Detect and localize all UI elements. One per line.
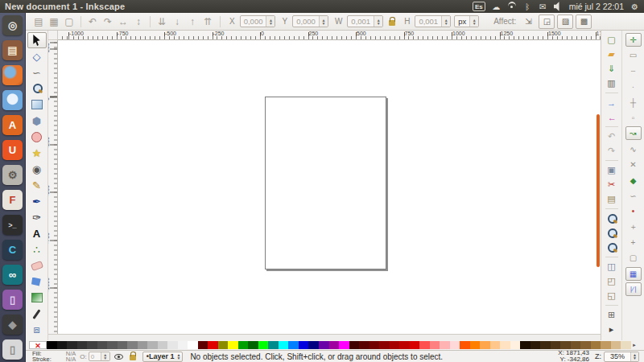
color-swatch[interactable] xyxy=(359,341,369,349)
color-swatch[interactable] xyxy=(621,341,631,349)
spray-tool[interactable]: ∴ xyxy=(27,241,47,257)
layer-select[interactable]: •Layer 1 ▲▼ xyxy=(142,352,184,362)
h-field-value[interactable]: 0,001 xyxy=(415,16,441,27)
color-swatch[interactable] xyxy=(97,341,108,349)
snap-paths-toggle[interactable]: ∿ xyxy=(625,142,642,156)
color-swatch[interactable] xyxy=(218,341,229,349)
launcher-c-app[interactable]: C xyxy=(2,240,23,260)
color-swatch[interactable] xyxy=(138,341,148,349)
horizontal-scrollbar[interactable] xyxy=(48,334,601,340)
title-bar[interactable]: New document 1 - Inkscape Es☁ᛒ✉mié jul 2… xyxy=(0,0,644,13)
color-swatch[interactable] xyxy=(57,341,68,349)
color-swatch[interactable] xyxy=(258,341,269,349)
launcher-files[interactable]: ▤ xyxy=(2,40,23,60)
cut-button[interactable]: ✂ xyxy=(605,178,619,191)
launcher-firefox[interactable] xyxy=(2,65,23,85)
color-swatch[interactable] xyxy=(118,341,128,349)
select-all-layers-button[interactable]: ▦ xyxy=(47,15,60,28)
expand-toolbar-arrow[interactable]: ▸ xyxy=(605,323,619,336)
color-swatch[interactable] xyxy=(480,341,490,349)
save-document-button[interactable]: ⇓ xyxy=(605,62,619,76)
color-swatch[interactable] xyxy=(460,341,470,349)
snap-page-border-toggle[interactable]: ▢ xyxy=(625,251,642,265)
pen-tool[interactable]: ✒ xyxy=(27,193,47,209)
rotate-cw-button[interactable]: ↷ xyxy=(101,15,114,28)
copy-button[interactable]: ▣ xyxy=(605,163,619,177)
color-swatch[interactable] xyxy=(87,341,97,349)
color-swatch[interactable] xyxy=(147,341,158,349)
clone-button[interactable]: ◰ xyxy=(605,274,619,288)
session-gear-icon[interactable]: ⚙ xyxy=(630,2,639,11)
h-spinner-arrows[interactable]: ▲▼ xyxy=(441,16,450,27)
zoom-field[interactable]: 35%▲▼ xyxy=(604,352,639,362)
color-swatch[interactable] xyxy=(47,341,57,349)
paste-button[interactable]: ▤ xyxy=(605,192,619,206)
color-swatch[interactable] xyxy=(551,341,561,349)
color-swatch[interactable] xyxy=(188,341,198,349)
layer-lock-icon[interactable] xyxy=(130,355,136,360)
x-field[interactable]: 0,000▲▼ xyxy=(240,15,276,27)
canvas[interactable] xyxy=(58,40,601,334)
selector-tool[interactable] xyxy=(27,32,47,48)
snap-object-centers-toggle[interactable]: ＋ xyxy=(625,220,642,234)
launcher-ubuntu-one[interactable]: U xyxy=(2,140,23,160)
fill-stroke-indicator[interactable]: Fill: N/A Stroke: N/A xyxy=(32,351,76,362)
scale-corners-toggle[interactable]: ◲ xyxy=(539,14,555,29)
color-swatch[interactable] xyxy=(591,341,601,349)
color-swatch[interactable] xyxy=(510,341,521,349)
color-swatch[interactable] xyxy=(500,341,510,349)
connector-tool[interactable]: ⧈ xyxy=(27,322,47,338)
text-tool[interactable]: A xyxy=(27,225,47,241)
launcher-dash-home[interactable]: ◎ xyxy=(2,15,23,35)
network-wifi-icon[interactable] xyxy=(507,2,517,11)
unit-select[interactable]: px▲▼ xyxy=(454,15,479,27)
pencil-tool[interactable]: ✎ xyxy=(27,177,47,193)
unlink-clone-button[interactable]: ◱ xyxy=(605,289,619,302)
color-swatch[interactable] xyxy=(268,341,279,349)
snap-bbox-centers-toggle[interactable]: ▫ xyxy=(625,111,642,125)
color-swatch[interactable] xyxy=(248,341,258,349)
color-swatch[interactable] xyxy=(319,341,329,349)
color-swatch[interactable] xyxy=(419,341,430,349)
spiral-tool[interactable]: ◉ xyxy=(27,161,47,177)
zoom-page-button[interactable] xyxy=(605,241,619,254)
undo-button[interactable]: ↶ xyxy=(605,130,619,143)
select-all-button[interactable]: ▤ xyxy=(32,15,45,28)
lower-to-bottom-button[interactable]: ⇊ xyxy=(155,15,168,28)
messages-icon[interactable]: ✉ xyxy=(539,2,547,11)
tweak-tool[interactable]: ∽ xyxy=(27,64,47,80)
color-swatch[interactable] xyxy=(339,341,349,349)
opacity-field[interactable]: 0▲▼ xyxy=(89,352,110,361)
color-swatch[interactable] xyxy=(410,341,420,349)
ellipse-tool[interactable] xyxy=(27,129,47,145)
color-swatch[interactable] xyxy=(379,341,390,349)
color-swatch[interactable] xyxy=(430,341,440,349)
palette-scroll-arrow[interactable]: ▸ xyxy=(631,342,638,348)
color-swatch[interactable] xyxy=(390,341,400,349)
rotate-ccw-button[interactable]: ↶ xyxy=(86,15,99,28)
color-swatch[interactable] xyxy=(580,341,591,349)
launcher-terminal[interactable]: >_ xyxy=(2,215,23,235)
launcher-arduino[interactable]: ∞ xyxy=(2,265,23,285)
color-swatch[interactable] xyxy=(329,341,340,349)
snap-enable-toggle[interactable]: ✛ xyxy=(625,33,642,47)
color-swatch[interactable] xyxy=(601,341,611,349)
color-swatch[interactable] xyxy=(208,341,218,349)
color-swatch[interactable] xyxy=(107,341,118,349)
opacity-spinner-arrows[interactable]: ▲▼ xyxy=(101,352,109,360)
w-field[interactable]: 0,001▲▼ xyxy=(347,15,383,27)
snap-path-intersections-toggle[interactable]: ✕ xyxy=(625,158,642,171)
vertical-ruler[interactable]: 2500-250-500-750-1000 xyxy=(48,40,58,334)
color-swatch[interactable] xyxy=(440,341,450,349)
bluetooth-icon[interactable]: ᛒ xyxy=(523,2,532,11)
launcher-ink-app[interactable]: ◆ xyxy=(2,315,23,335)
lock-ratio-icon[interactable] xyxy=(389,20,395,26)
duplicate-button[interactable]: ◫ xyxy=(605,260,619,274)
y-field-value[interactable]: 0,000 xyxy=(293,16,319,27)
sync-cloud-icon[interactable]: ☁ xyxy=(492,2,501,11)
zoom-value[interactable]: 35% xyxy=(605,352,630,361)
flip-horizontal-button[interactable]: ↔ xyxy=(117,15,130,28)
color-swatch[interactable] xyxy=(611,341,621,349)
color-swatch[interactable] xyxy=(198,341,208,349)
w-spinner-arrows[interactable]: ▲▼ xyxy=(374,16,382,27)
